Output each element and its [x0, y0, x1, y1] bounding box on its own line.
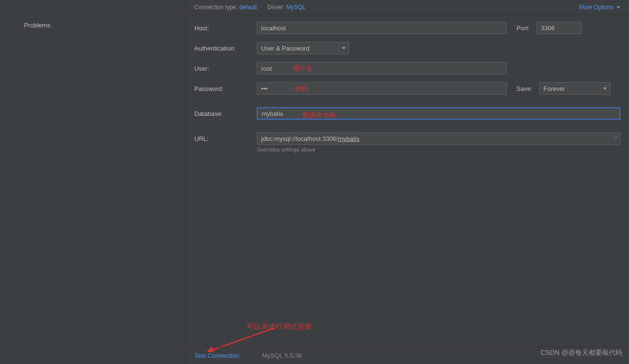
driver-label: Driver:: [267, 4, 284, 11]
driver-version-text: MySQL 5.5.36: [262, 352, 302, 359]
authentication-value: User & Password: [261, 45, 309, 52]
user-label: User:: [194, 65, 257, 72]
save-label: Save:: [516, 85, 532, 92]
authentication-select[interactable]: User & Password: [257, 42, 349, 54]
test-connection-link[interactable]: Test Connection: [194, 352, 239, 359]
database-input[interactable]: [257, 107, 620, 120]
host-input[interactable]: [257, 22, 507, 34]
database-label: Database:: [194, 110, 257, 117]
driver-link[interactable]: MySQL: [286, 4, 305, 11]
form-content: Host: Port: Authentication: User & Passw…: [186, 15, 629, 152]
chevron-down-icon: [616, 6, 620, 9]
connection-type-link[interactable]: default: [239, 4, 257, 11]
url-prefix: jdbc:mysql://localhost:3306/: [261, 135, 338, 142]
more-options-text: More Options: [579, 4, 614, 11]
sidebar: Problems: [0, 0, 186, 364]
port-label: Port:: [516, 25, 529, 32]
port-input[interactable]: [536, 22, 582, 34]
annotation-test-connection: 可以先进行测试连接: [247, 322, 312, 331]
more-options-link[interactable]: More Options: [579, 4, 620, 11]
password-input[interactable]: [257, 82, 507, 95]
expand-icon[interactable]: ⤢: [614, 135, 618, 141]
save-select[interactable]: Forever: [539, 82, 610, 95]
host-label: Host:: [194, 25, 257, 32]
password-label: Password:: [194, 85, 257, 92]
url-input[interactable]: jdbc:mysql://localhost:3306/mybatis ⤢: [257, 132, 620, 145]
connection-type-label: Connection type:: [194, 4, 238, 11]
url-suffix: mybatis: [338, 135, 360, 142]
dropdown-icon: [603, 88, 607, 90]
sidebar-item-problems[interactable]: Problems: [0, 22, 185, 29]
url-label: URL:: [194, 135, 257, 142]
save-value: Forever: [543, 85, 565, 92]
top-bar: Connection type: default Driver: MySQL M…: [186, 0, 629, 15]
user-input[interactable]: [257, 62, 507, 75]
url-hint: Overrides settings above: [257, 147, 620, 152]
main-panel: Connection type: default Driver: MySQL M…: [186, 0, 629, 364]
dropdown-icon: [342, 47, 346, 50]
watermark: CSDN @@每天都要敲代码: [541, 349, 622, 357]
authentication-label: Authentication:: [194, 45, 257, 52]
